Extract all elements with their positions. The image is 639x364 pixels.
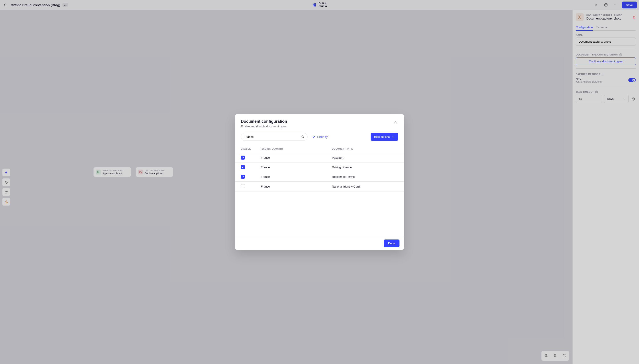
- col-type-header: DOCUMENT TYPE: [332, 148, 398, 150]
- col-enable-header: ENABLE: [241, 148, 261, 150]
- cell-type: Residence Permit: [332, 175, 398, 178]
- search-input[interactable]: [241, 133, 307, 141]
- filter-icon: [312, 135, 315, 139]
- enable-checkbox[interactable]: [241, 156, 245, 160]
- search-icon: [301, 135, 305, 139]
- check-icon: [242, 176, 244, 178]
- enable-checkbox[interactable]: [241, 165, 245, 169]
- close-icon: [394, 120, 397, 124]
- doc-table: ENABLE ISSUING COUNTRY DOCUMENT TYPE Fra…: [235, 145, 404, 192]
- modal-scrim[interactable]: Document configuration Enable and disabl…: [0, 0, 639, 364]
- chevron-down-icon: [392, 136, 395, 138]
- check-icon: [633, 79, 635, 81]
- modal-close-button[interactable]: [393, 119, 398, 124]
- svg-point-42: [302, 136, 304, 138]
- cell-type: Passport: [332, 156, 398, 159]
- svg-line-43: [303, 138, 304, 138]
- col-country-header: ISSUING COUNTRY: [261, 148, 332, 150]
- table-row: FranceNational Identity Card: [235, 182, 404, 192]
- cell-country: France: [261, 166, 332, 169]
- document-config-modal: Document configuration Enable and disabl…: [235, 114, 404, 250]
- bulk-label: Bulk actions: [374, 135, 390, 138]
- cell-country: France: [261, 156, 332, 159]
- cell-type: National Identity Card: [332, 185, 398, 188]
- check-icon: [242, 166, 244, 168]
- filter-label: Filter by: [317, 135, 328, 138]
- table-row: FranceDriving Licence: [235, 162, 404, 172]
- cell-type: Driving Licence: [332, 166, 398, 169]
- table-row: FrancePassport: [235, 153, 404, 162]
- modal-title: Document configuration: [241, 119, 287, 124]
- check-icon: [242, 156, 244, 159]
- modal-subtitle: Enable and disable document types: [241, 125, 287, 128]
- enable-checkbox[interactable]: [241, 184, 245, 188]
- enable-checkbox[interactable]: [241, 175, 245, 179]
- cell-country: France: [261, 185, 332, 188]
- filter-button[interactable]: Filter by: [312, 135, 328, 139]
- cell-country: France: [261, 175, 332, 178]
- done-button[interactable]: Done: [384, 240, 400, 247]
- bulk-actions-button[interactable]: Bulk actions: [371, 133, 398, 141]
- table-row: FranceResidence Permit: [235, 172, 404, 182]
